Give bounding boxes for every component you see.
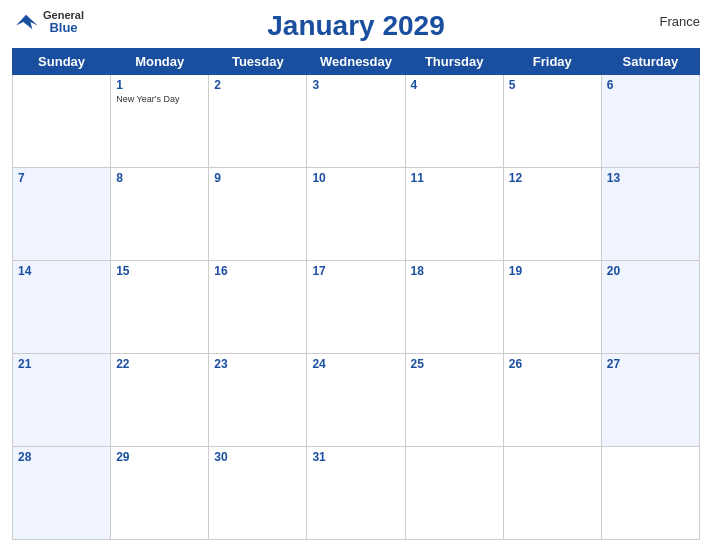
day-cell-19: 19 [503, 261, 601, 354]
day-number-25: 25 [411, 357, 498, 371]
day-cell-10: 10 [307, 168, 405, 261]
day-number-7: 7 [18, 171, 105, 185]
day-cell-5: 5 [503, 75, 601, 168]
day-number-21: 21 [18, 357, 105, 371]
day-number-14: 14 [18, 264, 105, 278]
day-cell-28: 28 [13, 447, 111, 540]
header-saturday: Saturday [601, 49, 699, 75]
calendar-header: General Blue January 2029 France [12, 10, 700, 42]
day-cell-16: 16 [209, 261, 307, 354]
day-cell-1: 1New Year's Day [111, 75, 209, 168]
day-number-10: 10 [312, 171, 399, 185]
calendar-body: 1New Year's Day2345678910111213141516171… [13, 75, 700, 540]
calendar-page: General Blue January 2029 France Sunday … [0, 0, 712, 550]
day-cell-12: 12 [503, 168, 601, 261]
day-number-3: 3 [312, 78, 399, 92]
day-number-23: 23 [214, 357, 301, 371]
day-number-13: 13 [607, 171, 694, 185]
day-number-2: 2 [214, 78, 301, 92]
calendar-title: January 2029 [267, 10, 444, 42]
day-number-6: 6 [607, 78, 694, 92]
day-cell-21: 21 [13, 354, 111, 447]
svg-marker-0 [16, 15, 38, 29]
day-number-26: 26 [509, 357, 596, 371]
header-thursday: Thursday [405, 49, 503, 75]
day-cell-17: 17 [307, 261, 405, 354]
day-number-20: 20 [607, 264, 694, 278]
day-cell-2: 2 [209, 75, 307, 168]
day-number-30: 30 [214, 450, 301, 464]
empty-day-cell [405, 447, 503, 540]
day-cell-4: 4 [405, 75, 503, 168]
day-number-9: 9 [214, 171, 301, 185]
empty-day-cell [503, 447, 601, 540]
logo-blue-text: Blue [49, 21, 77, 34]
day-cell-9: 9 [209, 168, 307, 261]
day-number-24: 24 [312, 357, 399, 371]
week-row-1: 1New Year's Day23456 [13, 75, 700, 168]
day-number-29: 29 [116, 450, 203, 464]
week-row-3: 14151617181920 [13, 261, 700, 354]
header-monday: Monday [111, 49, 209, 75]
day-number-1: 1 [116, 78, 203, 92]
holiday-label-1: New Year's Day [116, 94, 203, 105]
day-cell-22: 22 [111, 354, 209, 447]
day-cell-23: 23 [209, 354, 307, 447]
header-tuesday: Tuesday [209, 49, 307, 75]
day-cell-31: 31 [307, 447, 405, 540]
header-sunday: Sunday [13, 49, 111, 75]
day-number-28: 28 [18, 450, 105, 464]
day-cell-15: 15 [111, 261, 209, 354]
header-friday: Friday [503, 49, 601, 75]
logo: General Blue [12, 10, 84, 34]
day-number-19: 19 [509, 264, 596, 278]
day-cell-25: 25 [405, 354, 503, 447]
day-number-15: 15 [116, 264, 203, 278]
day-number-18: 18 [411, 264, 498, 278]
week-row-4: 21222324252627 [13, 354, 700, 447]
day-cell-26: 26 [503, 354, 601, 447]
day-cell-30: 30 [209, 447, 307, 540]
day-cell-18: 18 [405, 261, 503, 354]
day-cell-24: 24 [307, 354, 405, 447]
weekday-header-row: Sunday Monday Tuesday Wednesday Thursday… [13, 49, 700, 75]
country-label: France [660, 14, 700, 29]
day-cell-13: 13 [601, 168, 699, 261]
day-cell-27: 27 [601, 354, 699, 447]
day-cell-11: 11 [405, 168, 503, 261]
day-cell-6: 6 [601, 75, 699, 168]
day-cell-3: 3 [307, 75, 405, 168]
day-number-5: 5 [509, 78, 596, 92]
day-number-11: 11 [411, 171, 498, 185]
header-wednesday: Wednesday [307, 49, 405, 75]
empty-day-cell [601, 447, 699, 540]
day-cell-29: 29 [111, 447, 209, 540]
day-number-31: 31 [312, 450, 399, 464]
week-row-5: 28293031 [13, 447, 700, 540]
day-cell-8: 8 [111, 168, 209, 261]
empty-day-cell [13, 75, 111, 168]
day-cell-7: 7 [13, 168, 111, 261]
day-number-16: 16 [214, 264, 301, 278]
day-number-17: 17 [312, 264, 399, 278]
day-number-22: 22 [116, 357, 203, 371]
logo-bird-icon [12, 13, 40, 31]
day-cell-14: 14 [13, 261, 111, 354]
day-number-12: 12 [509, 171, 596, 185]
day-number-8: 8 [116, 171, 203, 185]
day-number-4: 4 [411, 78, 498, 92]
day-number-27: 27 [607, 357, 694, 371]
calendar-table: Sunday Monday Tuesday Wednesday Thursday… [12, 48, 700, 540]
day-cell-20: 20 [601, 261, 699, 354]
week-row-2: 78910111213 [13, 168, 700, 261]
